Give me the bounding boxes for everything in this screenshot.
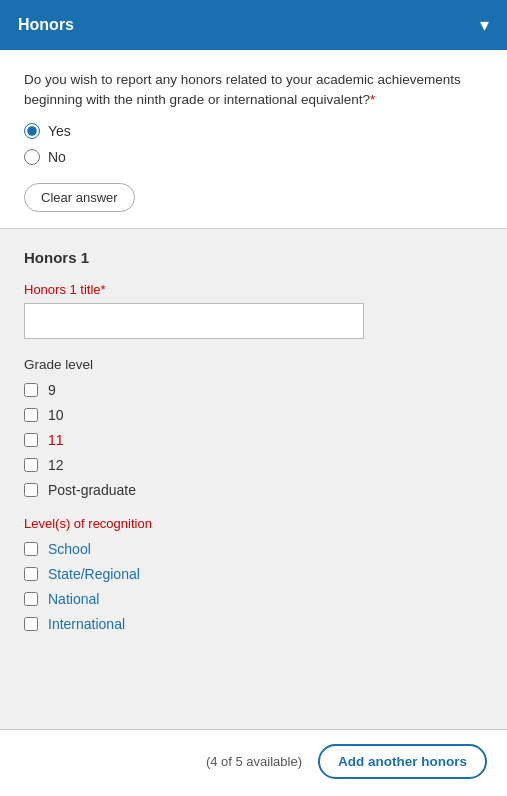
- add-honors-button[interactable]: Add another honors: [318, 744, 487, 779]
- top-section: Do you wish to report any honors related…: [0, 50, 507, 228]
- title-required-star: *: [101, 282, 106, 297]
- grade-postgrad-option[interactable]: Post-graduate: [24, 482, 483, 498]
- grade-9-checkbox[interactable]: [24, 383, 38, 397]
- recognition-school-checkbox[interactable]: [24, 542, 38, 556]
- radio-group: Yes No: [24, 123, 483, 165]
- grade-12-checkbox[interactable]: [24, 458, 38, 472]
- clear-answer-button[interactable]: Clear answer: [24, 183, 135, 212]
- recognition-national-label: National: [48, 591, 99, 607]
- recognition-group: School State/Regional National Internati…: [24, 541, 483, 632]
- grade-9-label: 9: [48, 382, 56, 398]
- grade-9-option[interactable]: 9: [24, 382, 483, 398]
- grade-10-label: 10: [48, 407, 64, 423]
- grade-10-checkbox[interactable]: [24, 408, 38, 422]
- footer: (4 of 5 available) Add another honors: [0, 729, 507, 793]
- grade-level-label: Grade level: [24, 357, 483, 372]
- radio-no-label: No: [48, 149, 66, 165]
- available-text: (4 of 5 available): [206, 754, 302, 769]
- grade-11-label: 11: [48, 432, 64, 448]
- radio-no[interactable]: No: [24, 149, 483, 165]
- recognition-label: Level(s) of recognition: [24, 516, 483, 531]
- grade-12-option[interactable]: 12: [24, 457, 483, 473]
- recognition-state-label: State/Regional: [48, 566, 140, 582]
- recognition-national-option[interactable]: National: [24, 591, 483, 607]
- grade-10-option[interactable]: 10: [24, 407, 483, 423]
- recognition-international-option[interactable]: International: [24, 616, 483, 632]
- grade-11-option[interactable]: 11: [24, 432, 483, 448]
- header: Honors ▾: [0, 0, 507, 50]
- grade-level-group: 9 10 11 12 Post-graduate: [24, 382, 483, 498]
- radio-yes[interactable]: Yes: [24, 123, 483, 139]
- honors-heading: Honors 1: [24, 249, 483, 266]
- recognition-school-option[interactable]: School: [24, 541, 483, 557]
- grade-11-checkbox[interactable]: [24, 433, 38, 447]
- radio-yes-label: Yes: [48, 123, 71, 139]
- grade-postgrad-label: Post-graduate: [48, 482, 136, 498]
- grade-12-label: 12: [48, 457, 64, 473]
- radio-yes-input[interactable]: [24, 123, 40, 139]
- grade-postgrad-checkbox[interactable]: [24, 483, 38, 497]
- title-field-label: Honors 1 title*: [24, 282, 483, 297]
- required-star: *: [370, 92, 375, 107]
- chevron-down-icon[interactable]: ▾: [480, 14, 489, 36]
- recognition-school-label: School: [48, 541, 91, 557]
- recognition-international-label: International: [48, 616, 125, 632]
- recognition-state-checkbox[interactable]: [24, 567, 38, 581]
- recognition-national-checkbox[interactable]: [24, 592, 38, 606]
- recognition-international-checkbox[interactable]: [24, 617, 38, 631]
- form-section: Honors 1 Honors 1 title* Grade level 9 1…: [0, 229, 507, 729]
- question-text: Do you wish to report any honors related…: [24, 70, 483, 111]
- radio-no-input[interactable]: [24, 149, 40, 165]
- recognition-state-option[interactable]: State/Regional: [24, 566, 483, 582]
- header-title: Honors: [18, 16, 74, 34]
- honors-title-input[interactable]: [24, 303, 364, 339]
